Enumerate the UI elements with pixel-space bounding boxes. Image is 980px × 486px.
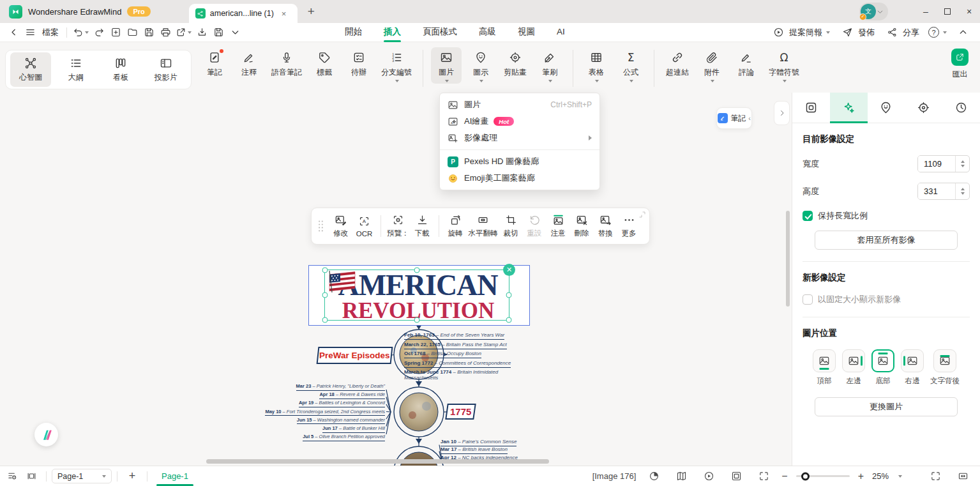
menu-ai[interactable]: AI xyxy=(557,23,565,42)
float-delete-button[interactable]: 刪除 xyxy=(570,214,594,238)
present-label[interactable]: 提案簡報 xyxy=(789,27,822,38)
minimize-button[interactable]: – xyxy=(915,0,937,23)
tool-tag[interactable]: 標籤 xyxy=(309,47,340,79)
fit-width-button[interactable] xyxy=(953,471,972,482)
outline-view-button[interactable] xyxy=(3,471,22,482)
undo-button[interactable] xyxy=(71,25,91,40)
float-note-button[interactable]: 注意 xyxy=(547,214,570,238)
menu-home[interactable]: 開始 xyxy=(345,23,362,42)
selection-marquee[interactable]: ✕ xyxy=(324,270,509,321)
map-navigator-button[interactable] xyxy=(672,471,691,482)
year-1775-node[interactable]: 1775 xyxy=(445,404,476,420)
fixed-size-checkbox[interactable] xyxy=(803,294,813,305)
tool-comment[interactable]: 評論 xyxy=(731,47,762,79)
width-stepper[interactable] xyxy=(917,155,970,172)
float-edit-button[interactable]: 修改 xyxy=(329,214,352,238)
tool-image[interactable]: 圖片 xyxy=(431,47,462,84)
position-behind-text[interactable]: 文字背後 xyxy=(930,349,960,386)
menu-page-style[interactable]: 頁面樣式 xyxy=(423,23,457,42)
avatar[interactable]: 文✓ xyxy=(861,4,876,19)
customize-toolbar-button[interactable] xyxy=(227,25,243,40)
resize-handle[interactable] xyxy=(322,268,328,273)
import-button[interactable] xyxy=(193,25,210,40)
apply-to-all-button[interactable]: 套用至所有影像 xyxy=(815,231,958,250)
new-document-button[interactable] xyxy=(107,25,124,40)
tool-clipart[interactable]: 剪貼畫 xyxy=(500,47,531,79)
events-1775-list[interactable]: Mar 23 – Patrick Henry, "Liberty or Deat… xyxy=(245,384,385,443)
position-left[interactable]: 左邊 xyxy=(842,349,865,386)
share-label[interactable]: 分享 xyxy=(903,27,919,38)
float-more-button[interactable]: 更多 xyxy=(617,214,641,238)
tab-image-effects[interactable] xyxy=(830,93,868,123)
publish-label[interactable]: 發佈 xyxy=(858,27,875,38)
view-mode-outline[interactable]: 大綱 xyxy=(56,52,96,87)
tool-table[interactable]: 表格 xyxy=(581,47,612,84)
tool-branch-number[interactable]: 分支編號 xyxy=(378,47,415,84)
tool-brush[interactable]: 筆刷 xyxy=(534,47,565,84)
tab-clipart[interactable] xyxy=(905,93,942,123)
view-mode-kanban[interactable]: 看板 xyxy=(100,52,141,87)
export-file-button[interactable] xyxy=(174,25,193,40)
selected-image-node[interactable]: AMERICAN REVOLUTION ✕ xyxy=(308,265,530,326)
resize-handle[interactable] xyxy=(322,317,328,323)
tool-voice-note[interactable]: 語音筆記 xyxy=(268,47,305,79)
back-button[interactable] xyxy=(5,25,22,40)
tool-symbol[interactable]: Ω字體符號 xyxy=(765,47,803,84)
tool-attachment[interactable]: 附件 xyxy=(697,47,727,84)
resize-handle[interactable] xyxy=(414,317,420,323)
menu-insert[interactable]: 插入 xyxy=(384,23,401,42)
panel-collapse-button[interactable] xyxy=(774,101,790,125)
view-mode-slides[interactable]: 投影片 xyxy=(146,52,186,87)
toolbar-corner-icon[interactable] xyxy=(638,211,646,218)
help-button[interactable]: ? xyxy=(928,27,939,38)
tab-history[interactable] xyxy=(942,93,980,123)
tool-todo[interactable]: 待辦 xyxy=(343,47,374,79)
resize-handle[interactable] xyxy=(414,268,420,273)
close-button[interactable]: × xyxy=(958,0,980,23)
position-bottom[interactable]: 底部 xyxy=(871,349,894,386)
present-button[interactable] xyxy=(770,25,787,40)
resize-handle[interactable] xyxy=(506,317,512,323)
height-stepper[interactable] xyxy=(917,183,970,200)
print-button[interactable] xyxy=(157,25,174,40)
resize-handle[interactable] xyxy=(506,292,512,298)
prewar-topic-node[interactable]: PreWar Episodes xyxy=(317,347,393,364)
menu-item-image[interactable]: 圖片 Ctrl+Shift+P xyxy=(440,96,599,113)
position-top[interactable]: 頂部 xyxy=(813,349,836,386)
float-ocr-button[interactable]: OCR xyxy=(352,215,376,238)
edrawmind-ai-fab[interactable] xyxy=(34,423,58,446)
resize-handle[interactable] xyxy=(322,292,328,298)
zoom-slider[interactable] xyxy=(796,475,850,477)
zoom-value[interactable]: 25% xyxy=(872,471,889,481)
zoom-out-button[interactable]: − xyxy=(781,471,787,482)
height-input[interactable] xyxy=(918,183,955,199)
main-menu-button[interactable] xyxy=(22,25,38,40)
tab-close-icon[interactable]: × xyxy=(282,9,287,19)
zoom-in-button[interactable]: + xyxy=(858,471,864,482)
menu-item-ai-draw[interactable]: AI繪畫 Hot xyxy=(440,113,599,130)
fit-frame-button[interactable] xyxy=(727,471,746,482)
height-spinner-arrows[interactable] xyxy=(955,183,969,199)
page-tab[interactable]: Page-1 xyxy=(153,466,197,486)
drag-handle[interactable] xyxy=(317,218,325,234)
float-flip-button[interactable]: 水平翻轉 xyxy=(467,214,499,238)
notes-pill[interactable]: 筆記 ‹ xyxy=(716,107,752,129)
new-tab-button[interactable]: + xyxy=(308,4,315,19)
fit-canvas-button[interactable] xyxy=(754,471,773,482)
position-right[interactable]: 右邊 xyxy=(901,349,924,386)
document-tab[interactable]: american...line (1) × xyxy=(189,4,298,23)
menu-item-emoji-gallery[interactable]: Emoji美工圖案藝廊 xyxy=(440,170,599,186)
account-menu[interactable]: 文✓ xyxy=(859,3,888,20)
share-icon[interactable] xyxy=(884,25,900,40)
prewar-event-list[interactable]: Feb 10, 1763 – End of the Seven Years Wa… xyxy=(404,332,518,383)
width-spinner-arrows[interactable] xyxy=(955,156,969,172)
open-button[interactable] xyxy=(124,25,140,40)
task-progress-button[interactable] xyxy=(644,471,663,482)
float-rotate-button[interactable]: 旋轉 xyxy=(444,214,467,238)
save-button[interactable] xyxy=(140,25,157,40)
menu-view[interactable]: 視圖 xyxy=(518,23,535,42)
keep-ratio-checkbox[interactable] xyxy=(803,211,813,221)
menu-item-pexels[interactable]: P Pexels HD 圖像藝廊 xyxy=(440,153,599,170)
tool-marker[interactable]: 圖示 xyxy=(465,47,496,84)
zoom-slider-knob[interactable] xyxy=(801,472,810,480)
